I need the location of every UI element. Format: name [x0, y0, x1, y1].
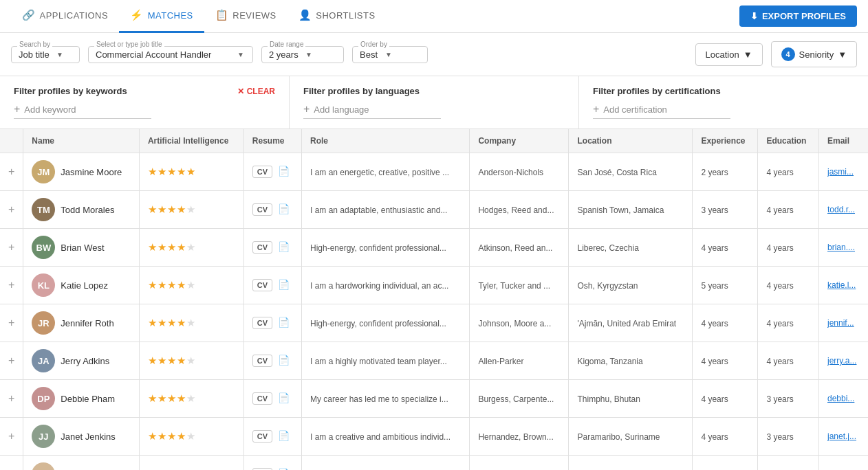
location-button[interactable]: Location ▼ — [695, 43, 763, 66]
avatar-initials: JR — [38, 318, 50, 328]
doc-icon[interactable]: 📄 — [278, 203, 290, 214]
doc-icon[interactable]: 📄 — [278, 355, 290, 366]
email-link[interactable]: jasmi... — [827, 167, 860, 177]
email-link[interactable]: jerry.a... — [827, 356, 860, 366]
role-text: I am an adaptable, enthusiastic and... — [310, 205, 447, 215]
candidate-name[interactable]: Jennifer Roth — [61, 318, 113, 328]
cv-button[interactable]: CV — [252, 279, 272, 291]
col-header-resume[interactable]: Resume — [243, 129, 301, 153]
certifications-title: Filter profiles by certifications — [593, 86, 854, 96]
col-header-company[interactable]: Company — [470, 129, 569, 153]
doc-icon[interactable]: 📄 — [278, 241, 290, 252]
name-with-avatar: JJ Janet Jenkins — [32, 425, 131, 448]
cv-button[interactable]: CV — [252, 166, 272, 178]
cv-button[interactable]: CV — [252, 241, 272, 254]
doc-icon[interactable]: 📄 — [278, 317, 290, 328]
email-link[interactable]: brian.... — [827, 243, 860, 252]
tab-shortlists[interactable]: 👤 SHORTLISTS — [287, 0, 387, 33]
row-location-cell: Thimphu, Bhutan — [569, 380, 693, 418]
date-range-arrow-icon: ▼ — [305, 51, 312, 58]
candidate-name[interactable]: Jerry Adkins — [61, 356, 109, 366]
row-add-cell[interactable]: + — [0, 418, 23, 456]
doc-icon[interactable]: 📄 — [278, 392, 290, 403]
cv-button[interactable]: CV — [252, 355, 272, 367]
row-stars-cell: ★★★★★ — [139, 304, 243, 342]
doc-icon[interactable]: 📄 — [278, 430, 290, 441]
col-header-plus — [0, 129, 23, 153]
doc-icon[interactable]: 📄 — [278, 279, 290, 290]
row-add-cell[interactable]: + — [0, 342, 23, 380]
col-header-role[interactable]: Role — [301, 129, 469, 153]
col-header-email[interactable]: Email — [818, 129, 868, 153]
date-range-select[interactable]: 2 years — [269, 49, 301, 60]
clear-button[interactable]: ✕ CLEAR — [237, 87, 275, 96]
row-stars-cell: ★★★★★ — [139, 229, 243, 267]
tab-applications-label: APPLICATIONS — [40, 10, 109, 21]
row-add-cell[interactable]: + — [0, 153, 23, 191]
cv-button[interactable]: CV — [252, 317, 272, 329]
job-title-select[interactable]: Commercial Account Handler — [96, 49, 233, 60]
col-header-name[interactable]: Name — [23, 129, 140, 153]
email-link[interactable]: katie.l... — [827, 280, 860, 290]
avatar: JR — [32, 311, 55, 335]
name-with-avatar: KL Katie Lopez — [32, 273, 131, 297]
row-resume-cell: CV 📄 — [243, 267, 301, 304]
row-add-cell[interactable]: + — [0, 456, 23, 471]
email-link[interactable]: janet.j... — [827, 432, 860, 441]
education-text: 4 years — [766, 357, 793, 366]
cv-button[interactable]: CV — [252, 430, 272, 443]
tab-matches[interactable]: ⚡ MATCHES — [119, 0, 204, 33]
row-add-cell[interactable]: + — [0, 267, 23, 304]
candidate-name[interactable]: Jasmine Moore — [61, 167, 122, 177]
name-with-avatar: DM Deborah Mcneil — [32, 462, 131, 470]
tab-applications[interactable]: 🔗 APPLICATIONS — [11, 0, 119, 33]
order-by-select[interactable]: Best — [360, 49, 381, 60]
tab-reviews[interactable]: 📋 REVIEWS — [204, 0, 287, 33]
row-add-cell[interactable]: + — [0, 304, 23, 342]
search-by-label: Search by — [17, 41, 52, 48]
add-certification-item[interactable]: + Add certification — [593, 103, 730, 119]
company-text: Hernandez, Brown... — [478, 432, 553, 442]
row-name-cell: KL Katie Lopez — [23, 267, 140, 304]
row-location-cell: San José, Costa Rica — [569, 153, 693, 191]
row-add-cell[interactable]: + — [0, 191, 23, 229]
add-certification-icon: + — [593, 103, 599, 115]
matches-icon: ⚡ — [130, 9, 144, 21]
name-with-avatar: JA Jerry Adkins — [32, 349, 131, 372]
add-keyword-item[interactable]: + Add keyword — [14, 103, 151, 119]
seniority-button[interactable]: 4 Seniority ▼ — [771, 41, 857, 67]
cv-button[interactable]: CV — [252, 203, 272, 216]
doc-icon[interactable]: 📄 — [278, 166, 290, 177]
candidate-name[interactable]: Debbie Pham — [61, 394, 115, 404]
col-header-education[interactable]: Education — [758, 129, 819, 153]
tab-reviews-label: REVIEWS — [232, 10, 276, 21]
row-experience-cell: 2 years — [693, 153, 758, 191]
nav-tabs: 🔗 APPLICATIONS ⚡ MATCHES 📋 REVIEWS 👤 SHO… — [11, 0, 387, 33]
add-language-item[interactable]: + Add language — [303, 103, 441, 119]
cv-button[interactable]: CV — [252, 392, 272, 405]
row-role-cell: I am an adaptable, enthusiastic and... — [301, 191, 469, 229]
candidate-name[interactable]: Katie Lopez — [61, 280, 108, 291]
table-row: + TM Todd Morales ★★★★★ CV 📄 I am an ada… — [0, 191, 868, 229]
ai-stars: ★★★★★ — [148, 279, 196, 291]
row-stars-cell: ★★★★★ — [139, 418, 243, 456]
export-button[interactable]: ⬇ EXPORT PROFILES — [739, 5, 857, 27]
row-add-cell[interactable]: + — [0, 229, 23, 267]
row-resume-cell: CV 📄 — [243, 153, 301, 191]
candidate-name[interactable]: Brian West — [61, 243, 104, 253]
location-text: Osh, Kyrgyzstan — [577, 281, 638, 291]
table-row: + JJ Janet Jenkins ★★★★★ CV 📄 I am a cre… — [0, 418, 868, 456]
row-add-cell[interactable]: + — [0, 380, 23, 418]
email-link[interactable]: todd.r... — [827, 205, 860, 214]
row-company-cell: Hernandez, Brown... — [470, 418, 569, 456]
email-link[interactable]: debbi... — [827, 394, 860, 403]
row-role-cell: High-energy, confident professional... — [301, 229, 469, 267]
col-header-ai[interactable]: Artificial Intelligence — [139, 129, 243, 153]
email-link[interactable]: jennif... — [827, 318, 860, 328]
candidate-name[interactable]: Todd Morales — [61, 205, 114, 215]
search-by-select[interactable]: Job title — [19, 49, 52, 60]
col-header-location[interactable]: Location — [569, 129, 693, 153]
candidate-name[interactable]: Janet Jenkins — [61, 432, 116, 442]
col-header-experience[interactable]: Experience — [693, 129, 758, 153]
row-experience-cell: 4 years — [693, 418, 758, 456]
